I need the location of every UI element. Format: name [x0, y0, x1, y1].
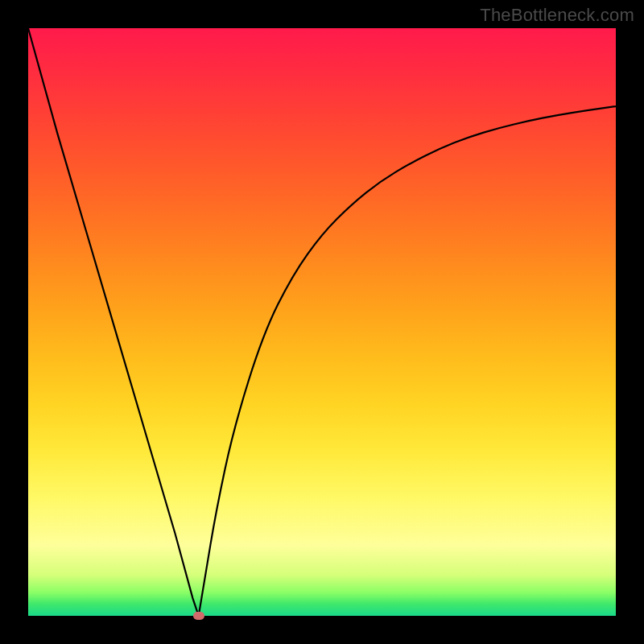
optimal-point-marker	[193, 612, 204, 620]
watermark-text: TheBottleneck.com	[480, 5, 634, 26]
curve-layer	[28, 28, 616, 616]
chart-frame: TheBottleneck.com	[0, 0, 644, 644]
plot-area	[28, 28, 616, 616]
bottleneck-curve-right	[199, 106, 616, 616]
bottleneck-curve-left	[28, 28, 199, 616]
